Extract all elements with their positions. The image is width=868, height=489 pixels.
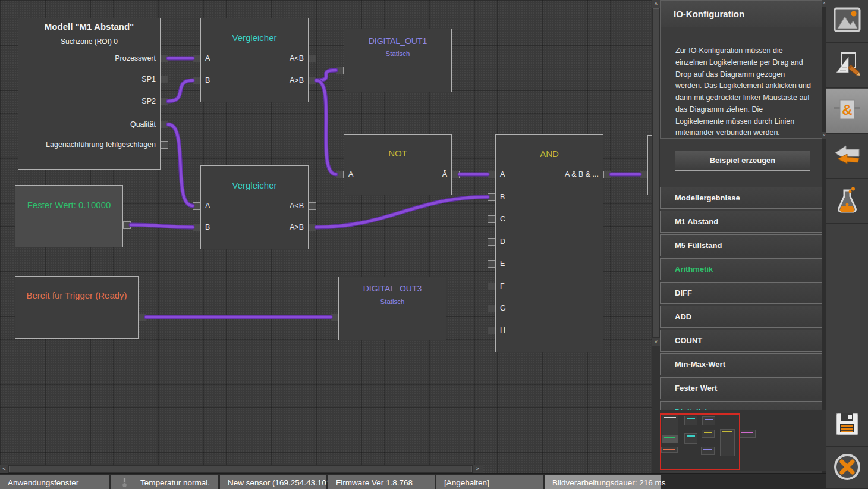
and-input-port-C[interactable] <box>488 215 495 223</box>
io-configuration-window: Modell "M1 Abstand"Suchzone (ROI) 0Proze… <box>0 0 868 489</box>
model-output-port-Lagenachführung fehlgeschlagen[interactable] <box>161 141 168 149</box>
panel-scroll-down-icon[interactable]: ˅ <box>822 132 826 139</box>
io-transfer-tool-button[interactable] <box>826 135 868 179</box>
minimap-block <box>739 430 756 438</box>
list-item-modellergebnisse[interactable]: Modellergebnisse <box>660 187 822 209</box>
port-label: G <box>500 303 506 313</box>
list-item-fester-wert[interactable]: Fester Wert <box>660 377 822 399</box>
port-label: B <box>500 192 505 202</box>
list-item-min-max-wert[interactable]: Min-Max-Wert <box>660 353 822 375</box>
status-bildverarbeitungsdauer-216-ms: Bildverarbeitungsdauer: 216 ms <box>545 475 661 489</box>
status-anwendungsfenster: Anwendungsfenster <box>0 475 109 489</box>
port-label: A>B <box>200 222 304 232</box>
fw-block[interactable] <box>15 185 123 247</box>
and-input-port-G[interactable] <box>488 305 495 312</box>
port-label: A<B <box>200 201 304 211</box>
transfer-arrows-icon <box>833 143 861 170</box>
image-tool-button[interactable] <box>826 0 868 43</box>
list-item-m5-f-llstand[interactable]: M5 Füllstand <box>660 234 822 256</box>
wire-model.qualitaet-to-v2.a[interactable] <box>168 124 193 206</box>
port-label: A>B <box>200 76 304 85</box>
main-toolbar: & <box>826 0 868 489</box>
save-icon <box>834 411 860 440</box>
list-item-diff[interactable]: DIFF <box>660 282 822 304</box>
wire-model.sp2-to-v1.b[interactable] <box>168 80 193 101</box>
logic-and-icon: & <box>832 96 863 126</box>
close-tool-button[interactable] <box>826 449 868 489</box>
port-label: Prozesswert <box>18 54 156 63</box>
port-label: A<B <box>200 54 304 63</box>
ready-block[interactable] <box>15 276 139 339</box>
v2-output-port-A<B[interactable] <box>309 202 316 210</box>
status-bar: AnwendungsfensterTemperatur normal.New s… <box>0 473 826 489</box>
test-tool-button[interactable] <box>826 180 868 224</box>
edit-region-icon <box>833 51 861 80</box>
scroll-up-icon[interactable]: ˄ <box>652 0 660 8</box>
panel-description: Zur IO-Konfiguration müssen die einzelne… <box>661 27 822 139</box>
horizontal-scroll-thumb[interactable] <box>9 466 472 472</box>
port-label: F <box>500 281 505 291</box>
port-label: E <box>500 259 505 268</box>
v1-output-port-A<B[interactable] <box>309 55 316 62</box>
canvas-horizontal-scrollbar[interactable]: < > <box>0 465 483 473</box>
thermometer-icon <box>122 478 127 488</box>
save-tool-button[interactable] <box>826 405 868 447</box>
pp-block[interactable] <box>647 135 652 195</box>
list-item-add[interactable]: ADD <box>660 306 822 328</box>
port-label: D <box>500 237 505 246</box>
wire-v2.agtb-to-and.b[interactable] <box>316 197 488 227</box>
status-new-sensor-169-254-43-101-: New sensor (169.254.43.101) <box>220 475 326 489</box>
scroll-right-icon[interactable]: > <box>473 465 483 473</box>
not-title: NOT <box>344 148 452 158</box>
model-output-port-SP1[interactable] <box>161 76 168 83</box>
diagram-minimap[interactable] <box>659 410 826 471</box>
panel-help-section: IO-Konfiguration Zur IO-Konfiguration mü… <box>660 0 822 139</box>
panel-scrollbar[interactable]: ˄ ˅ <box>822 0 826 470</box>
canvas-vertical-scrollbar[interactable]: ˄ ˅ <box>652 0 660 346</box>
do1-subtitle: Statisch <box>344 50 452 57</box>
not-block[interactable] <box>344 134 452 195</box>
logic-diagram-canvas[interactable]: Modell "M1 Abstand"Suchzone (ROI) 0Proze… <box>0 0 652 473</box>
do3-subtitle: Statisch <box>338 298 446 305</box>
port-label: Lagenachführung fehlgeschlagen <box>18 140 156 149</box>
scroll-left-icon[interactable]: < <box>0 465 8 473</box>
panel-title: IO-Konfiguration <box>661 1 822 27</box>
and-input-port-D[interactable] <box>488 238 495 246</box>
wire-v1.agtb-to-not.a[interactable] <box>316 80 336 174</box>
status--angehalten-: [Angehalten] <box>436 475 543 489</box>
and-input-port-F[interactable] <box>488 283 495 290</box>
io-configuration-panel: IO-Konfiguration Zur IO-Konfiguration mü… <box>660 0 822 473</box>
and-input-port-H[interactable] <box>488 327 495 334</box>
fw-title: Fester Wert: 0.10000 <box>15 200 123 210</box>
minimap-viewport-rect[interactable] <box>660 413 740 470</box>
create-example-button[interactable]: Beispiel erzeugen <box>675 151 810 171</box>
vertical-scroll-thumb[interactable] <box>653 8 659 337</box>
port-label: C <box>500 214 505 224</box>
edit-region-tool-button[interactable] <box>826 44 868 88</box>
status-firmware-ver-1-8-768: Firmware Ver 1.8.768 <box>328 475 435 489</box>
port-label: Ā <box>344 170 447 179</box>
list-item-arithmetik[interactable]: Arithmetik <box>660 258 822 280</box>
and-title: AND <box>495 149 603 159</box>
panel-scroll-up-icon[interactable]: ˄ <box>822 0 826 7</box>
minimap-block-label <box>741 432 753 433</box>
io-logic-tool-button[interactable]: & <box>826 89 868 134</box>
list-item-m1-abstand[interactable]: M1 Abstand <box>660 211 822 233</box>
port-label: A & B & ... <box>495 170 599 179</box>
scroll-down-icon[interactable]: ˅ <box>652 338 660 346</box>
logic-element-list: ModellergebnisseM1 AbstandM5 FüllstandAr… <box>660 187 822 425</box>
and-block[interactable] <box>495 134 603 352</box>
and-input-port-E[interactable] <box>488 260 495 268</box>
port-label: SP1 <box>18 74 156 84</box>
close-icon <box>832 452 862 484</box>
do3-title: DIGITAL_OUT3 <box>338 284 446 293</box>
model-subtitle: Suchzone (ROI) 0 <box>18 37 161 46</box>
v1-title: Vergleicher <box>200 33 309 43</box>
port-label: H <box>500 325 505 335</box>
flask-icon <box>834 187 861 217</box>
list-item-count[interactable]: COUNT <box>660 330 822 352</box>
picture-icon <box>834 7 861 35</box>
v2-title: Vergleicher <box>200 180 309 190</box>
model-title: Modell "M1 Abstand" <box>18 21 161 32</box>
svg-text:&: & <box>842 102 852 118</box>
